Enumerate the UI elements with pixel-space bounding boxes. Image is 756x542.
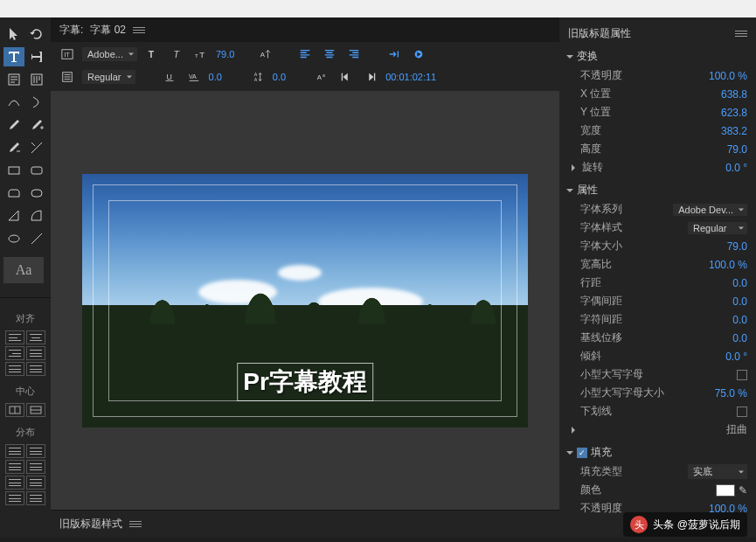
slant-value[interactable]: 0.0 °	[725, 351, 747, 363]
center-vertical[interactable]	[26, 403, 45, 417]
ellipse-tool[interactable]	[3, 229, 24, 248]
prev-frame-icon[interactable]	[336, 68, 356, 86]
fill-type-dropdown[interactable]: 实底	[688, 464, 747, 479]
show-video-icon[interactable]	[409, 45, 428, 63]
align-left[interactable]	[5, 330, 24, 344]
leading-icon[interactable]: AA	[248, 68, 267, 86]
width-label: 宽度	[580, 123, 601, 138]
svg-rect-26	[342, 73, 343, 81]
arc-tool[interactable]	[26, 206, 47, 226]
line-tool[interactable]	[26, 229, 47, 248]
pair-kern-value[interactable]: 0.0	[732, 295, 747, 308]
fill-color-swatch[interactable]	[716, 484, 735, 497]
attributes-group-header[interactable]: 属性	[559, 180, 756, 200]
opacity-value[interactable]: 100.0 %	[709, 70, 747, 82]
align-bottom[interactable]	[26, 362, 45, 376]
underline-label: 下划线	[580, 404, 612, 419]
font-size-value[interactable]: 79.0	[216, 49, 234, 59]
width-value[interactable]: 383.2	[721, 125, 747, 137]
rotation-value[interactable]: 0.0 °	[725, 162, 747, 174]
distribute-7[interactable]	[5, 491, 24, 505]
timecode[interactable]: 00:01:02:11	[385, 72, 436, 82]
type-tool[interactable]	[3, 47, 24, 66]
distribute-8[interactable]	[26, 491, 45, 505]
rounded-rect-tool[interactable]	[26, 161, 47, 180]
template-icon[interactable]: IT	[58, 45, 77, 63]
fill-group-header[interactable]: ✓ 填充	[559, 442, 756, 462]
next-frame-icon[interactable]	[361, 68, 380, 86]
transform-group-header[interactable]: 变换	[559, 46, 756, 66]
prop-font-style-dropdown[interactable]: Regular	[688, 222, 747, 234]
align-right-icon[interactable]	[344, 45, 364, 63]
aspect-value[interactable]: 100.0 %	[709, 259, 747, 271]
tracking-icon[interactable]: VA	[184, 68, 204, 86]
rounded-rect2-tool[interactable]	[26, 184, 47, 203]
font-size-label: 字体大小	[580, 239, 622, 254]
fill-enable-checkbox[interactable]: ✓	[577, 448, 587, 458]
distribute-2[interactable]	[26, 444, 45, 458]
align-center-icon[interactable]	[320, 45, 339, 63]
roll-icon[interactable]	[58, 68, 77, 86]
align-left-icon[interactable]	[295, 45, 315, 63]
delete-anchor-tool[interactable]	[3, 138, 24, 157]
distribute-1[interactable]	[5, 444, 24, 458]
ypos-value[interactable]: 623.8	[721, 107, 747, 119]
distribute-4[interactable]	[26, 460, 45, 474]
align-vcenter[interactable]	[5, 362, 24, 376]
wedge-tool[interactable]	[3, 206, 24, 226]
rectangle-tool[interactable]	[3, 161, 24, 180]
baseline-icon[interactable]: Aa	[312, 68, 331, 86]
distribute-3[interactable]	[5, 460, 24, 474]
props-menu-icon[interactable]	[735, 31, 747, 37]
char-tracking-label: 字符间距	[580, 312, 622, 327]
selection-tool[interactable]	[3, 24, 24, 44]
fill-opacity-label: 不透明度	[580, 501, 622, 516]
font-style-dropdown[interactable]: Regular	[82, 70, 135, 84]
title-text-object[interactable]: Pr字幕教程	[237, 363, 373, 401]
align-hcenter[interactable]	[26, 330, 45, 344]
font-family-dropdown[interactable]: Adobe...	[82, 47, 137, 61]
underline-checkbox[interactable]	[737, 406, 747, 417]
bold-icon[interactable]: T	[142, 45, 162, 63]
char-tracking-value[interactable]: 0.0	[732, 314, 747, 326]
center-section-label: 中心	[3, 385, 47, 398]
area-type-tool[interactable]	[3, 70, 24, 89]
distribute-5[interactable]	[5, 476, 24, 490]
font-size-icon[interactable]: TT	[191, 45, 211, 63]
styles-panel-menu-icon[interactable]	[129, 521, 142, 527]
center-horizontal[interactable]	[5, 403, 24, 417]
add-anchor-tool[interactable]	[26, 115, 47, 135]
kerning-icon[interactable]: A	[255, 45, 274, 63]
tab-icon[interactable]	[385, 45, 404, 63]
height-value[interactable]: 79.0	[727, 143, 747, 156]
xpos-value[interactable]: 638.8	[721, 88, 747, 101]
align-top[interactable]	[26, 346, 45, 360]
align-right[interactable]	[5, 346, 24, 360]
eyedropper-icon[interactable]: ✎	[739, 484, 747, 497]
watermark: 头 头条 @菠萝说后期	[623, 512, 747, 537]
path-type-tool[interactable]	[3, 93, 24, 112]
distribute-6[interactable]	[26, 476, 45, 490]
smallcaps-size-value[interactable]: 75.0 %	[715, 387, 747, 400]
watermark-icon: 头	[630, 516, 648, 533]
prop-font-family-dropdown[interactable]: Adobe Dev...	[673, 204, 747, 216]
vertical-path-type-tool[interactable]	[26, 93, 47, 112]
prop-font-size-value[interactable]: 79.0	[727, 240, 747, 253]
vertical-type-tool[interactable]	[26, 47, 47, 66]
xpos-label: X 位置	[580, 87, 611, 101]
smallcaps-checkbox[interactable]	[737, 370, 747, 380]
prop-leading-value[interactable]: 0.0	[732, 277, 747, 289]
baseline-shift-value[interactable]: 0.0	[732, 332, 747, 344]
italic-icon[interactable]: T	[167, 45, 186, 63]
canvas-area[interactable]: Pr字幕教程	[51, 91, 559, 510]
vertical-area-type-tool[interactable]	[26, 70, 47, 89]
convert-anchor-tool[interactable]	[26, 138, 47, 157]
underline-icon[interactable]: U	[160, 68, 179, 86]
clipped-rect-tool[interactable]	[3, 184, 24, 203]
rotation-tool[interactable]	[26, 24, 47, 44]
tracking-value[interactable]: 0.0	[209, 72, 222, 82]
pen-tool[interactable]	[3, 115, 24, 135]
svg-text:A: A	[253, 72, 257, 77]
panel-menu-icon[interactable]	[133, 27, 145, 33]
leading-value[interactable]: 0.0	[273, 72, 286, 82]
